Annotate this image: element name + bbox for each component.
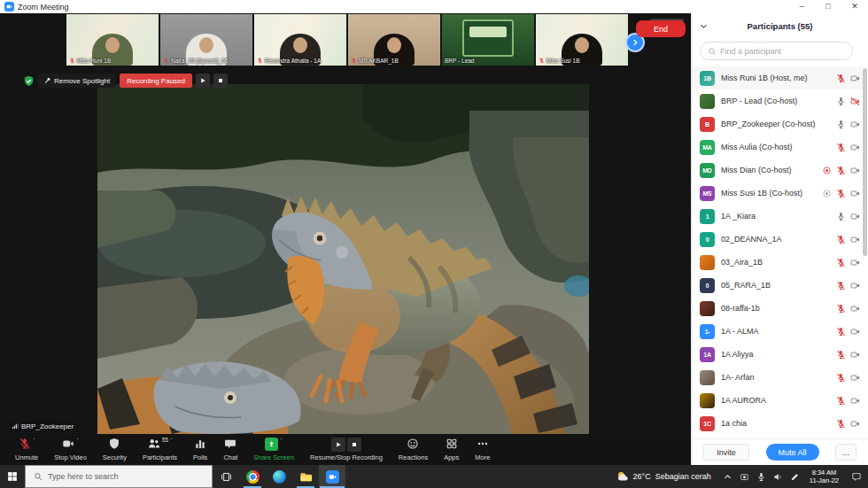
search-input[interactable]: [720, 47, 835, 56]
action-center-button[interactable]: [845, 465, 868, 488]
panel-more-button[interactable]: …: [835, 444, 856, 461]
meeting-toolbar: ˇUnmuteˇStop VideoSecurity55ˇParticipant…: [0, 434, 691, 465]
toolbar-participants-button[interactable]: 55ˇParticipants: [135, 434, 185, 465]
taskbar-search-placeholder: Type here to search: [48, 472, 119, 481]
toolbar-polls-button[interactable]: Polls: [185, 434, 215, 465]
taskbar-weather[interactable]: 26°C Sebagian cerah: [608, 470, 719, 483]
participant-row[interactable]: MDMiss Dian (Co-host): [692, 159, 864, 182]
stop-icon: [351, 441, 358, 448]
participant-row[interactable]: BBRP_Zookeeper (Co-host): [692, 112, 864, 136]
video-thumbnail[interactable]: MS AKBAR_1B: [348, 14, 440, 66]
chevron-up-icon[interactable]: ˇ: [76, 438, 78, 445]
tray-pen-icon[interactable]: [787, 465, 803, 488]
invite-button[interactable]: Invite: [703, 444, 749, 461]
participant-row[interactable]: 08-raffa-1b: [692, 297, 864, 320]
thumbnail-name: Revandra Athalla - 1A: [257, 58, 321, 64]
video-icon: [850, 235, 860, 244]
video-icon: [850, 120, 860, 129]
participant-row[interactable]: 1C1a chia: [692, 412, 864, 435]
muted-mic-icon: [257, 58, 263, 64]
zoom-taskbar-icon[interactable]: [319, 465, 345, 488]
video-icon: [850, 373, 860, 383]
mute-all-button[interactable]: Mute All: [766, 444, 819, 461]
more-icon: [477, 438, 489, 450]
tray-mic-icon[interactable]: [753, 465, 770, 488]
toolbar-more-button[interactable]: More: [467, 434, 498, 465]
mic-icon: [836, 212, 846, 221]
participant-row[interactable]: 03_Aira_1B: [692, 251, 864, 274]
taskbar-search-box[interactable]: Type here to search: [25, 465, 213, 488]
remove-spotlight-button[interactable]: Remove Spotlight: [38, 74, 116, 88]
participant-status-icons: [836, 281, 860, 290]
video-filmstrip: Miss Runi 1BNaira_1B [Syawal]_06Revandra…: [0, 13, 691, 68]
share-screen-icon: [265, 438, 278, 451]
taskbar-clock[interactable]: 8:34 AM 11-Jan-22: [803, 469, 845, 484]
toolbar-label: Stop Video: [54, 453, 87, 461]
participant-status-icons: [836, 120, 860, 129]
video-icon: [850, 281, 860, 290]
chevron-up-icon[interactable]: ˇ: [33, 438, 35, 445]
file-explorer-taskbar-icon[interactable]: [292, 465, 319, 488]
chevron-up-icon[interactable]: ˇ: [170, 438, 172, 445]
stop-recording-icon[interactable]: [347, 438, 361, 452]
participant-avatar: 0: [700, 278, 715, 293]
participant-status-icons: [822, 189, 860, 198]
participant-row[interactable]: MSMiss Susi 1B (Co-host): [692, 182, 864, 205]
task-view-button[interactable]: [213, 465, 239, 488]
chrome-taskbar-icon[interactable]: [239, 465, 266, 488]
participant-search-box[interactable]: [700, 42, 853, 60]
video-thumbnail[interactable]: Naira_1B [Syawal]_06: [160, 14, 252, 66]
toolbar-resume-stop-recording-button[interactable]: Resume/Stop Recording: [302, 434, 391, 465]
resume-recording-icon[interactable]: [331, 438, 345, 452]
participant-count-badge: 55: [162, 437, 168, 443]
participant-row[interactable]: 1A AURORA: [692, 389, 864, 412]
participant-row[interactable]: 005_RARA_1B: [692, 274, 864, 297]
participant-row[interactable]: BRP - Lead (Co-host): [692, 89, 864, 112]
participant-row[interactable]: 1-1A - ALMA: [692, 320, 864, 343]
toolbar-share-screen-button[interactable]: ˇShare Screen: [245, 434, 302, 465]
minimize-button[interactable]: –: [788, 0, 815, 13]
participant-avatar: 0: [700, 232, 715, 247]
participant-name: 1A _Kiara: [721, 212, 830, 221]
participant-name: 1A- Arfan: [721, 373, 830, 382]
participant-row[interactable]: MAMiss Aulia (Co-host): [692, 136, 864, 159]
edge-taskbar-icon[interactable]: [266, 465, 292, 488]
participant-avatar: [700, 393, 715, 408]
tray-speaker-icon[interactable]: [770, 465, 787, 488]
window-titlebar: Zoom Meeting: [0, 0, 868, 13]
participant-avatar: 1: [700, 209, 715, 224]
resume-recording-button[interactable]: [196, 74, 210, 88]
video-icon: [850, 74, 860, 83]
tray-overflow-chevron[interactable]: [719, 465, 736, 488]
muted-mic-icon: [836, 419, 846, 429]
mic-icon: [836, 97, 846, 106]
participant-avatar: 1C: [700, 416, 715, 431]
play-icon: [335, 441, 342, 448]
end-meeting-button[interactable]: End: [636, 20, 686, 37]
toolbar-unmute-button[interactable]: ˇUnmute: [7, 434, 46, 465]
participant-row[interactable]: 11A _Kiara: [692, 205, 864, 228]
close-button[interactable]: ✕: [841, 0, 868, 13]
recording-indicator-icon: [822, 166, 832, 175]
list-scrollbar[interactable]: [863, 68, 867, 256]
video-thumbnail[interactable]: Miss Susi 1B: [536, 14, 628, 66]
participant-row[interactable]: 002_DEANNA_1A: [692, 228, 864, 251]
video-icon: [850, 419, 860, 429]
maximize-button[interactable]: □: [815, 0, 841, 13]
toolbar-chat-button[interactable]: Chat: [215, 434, 245, 465]
start-button[interactable]: [0, 465, 25, 488]
tray-camera-icon[interactable]: [736, 465, 753, 488]
toolbar-security-button[interactable]: Security: [95, 434, 135, 465]
video-thumbnail[interactable]: Revandra Athalla - 1A: [254, 14, 346, 66]
participant-row[interactable]: 1A1A Aliyya: [692, 343, 864, 366]
participant-row[interactable]: 1BMiss Runi 1B (Host, me): [692, 66, 864, 89]
toolbar-apps-button[interactable]: Apps: [436, 434, 467, 465]
toolbar-reactions-button[interactable]: Reactions: [391, 434, 436, 465]
participant-row[interactable]: 1A- Arfan: [692, 366, 864, 389]
video-thumbnail[interactable]: BRP - Lead: [442, 14, 534, 66]
thumbnail-sign-image: [462, 19, 514, 57]
stop-recording-button[interactable]: [213, 74, 228, 88]
chevron-up-icon[interactable]: ˇ: [280, 438, 282, 445]
video-thumbnail[interactable]: Miss Runi 1B: [66, 14, 159, 66]
toolbar-stop-video-button[interactable]: ˇStop Video: [46, 434, 95, 465]
